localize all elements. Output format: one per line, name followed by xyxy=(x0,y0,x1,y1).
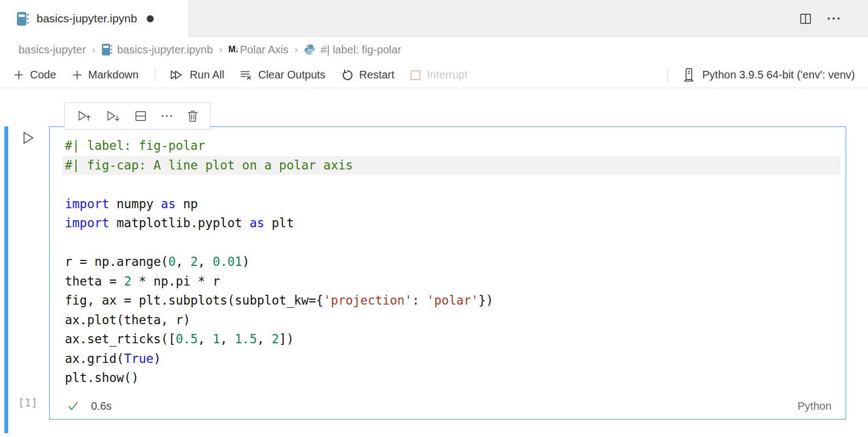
code-token-comment: #| label: fig-polar xyxy=(65,138,205,153)
cell-language-picker[interactable]: Python xyxy=(798,400,831,412)
code-token-number: 2 xyxy=(124,274,131,288)
restart-label: Restart xyxy=(359,69,394,81)
toolbar-divider xyxy=(667,68,668,82)
code-token-keyword: as xyxy=(250,216,264,230)
code-line[interactable]: #| fig-cap: A line plot on a polar axis xyxy=(62,156,840,175)
code-token-number: 1 xyxy=(213,332,220,346)
cell-status-left: 0.6s xyxy=(67,399,112,412)
code-line[interactable]: plt.show() xyxy=(62,368,840,388)
breadcrumb-file[interactable]: basics-jupyter.ipynb xyxy=(101,43,213,56)
code-line[interactable]: import numpy as np xyxy=(62,195,840,214)
more-cell-actions-button[interactable] xyxy=(160,110,173,123)
notebook-file-icon xyxy=(16,11,29,26)
code-token-plain: * np.pi * r xyxy=(131,274,220,288)
restart-icon xyxy=(341,69,354,82)
run-all-icon xyxy=(170,68,184,82)
code-token-plain: , xyxy=(257,332,272,346)
code-line[interactable]: r = np.arange(0, 2, 0.01) xyxy=(62,252,840,272)
code-token-plain: numpy xyxy=(109,197,161,211)
code-token-plain: matplotlib.pyplot xyxy=(109,216,249,230)
breadcrumb-section-label: Polar Axis xyxy=(240,44,288,56)
breadcrumb-cell[interactable]: #| label: fig-polar xyxy=(304,44,401,56)
code-line[interactable] xyxy=(62,175,840,195)
editor-actions xyxy=(799,0,868,37)
execute-above-button[interactable] xyxy=(76,109,92,123)
code-token-plain: , xyxy=(198,254,213,269)
run-cell-button[interactable] xyxy=(20,130,36,146)
add-markdown-label: Markdown xyxy=(88,69,138,81)
code-token-plain: plt xyxy=(264,216,294,230)
clear-outputs-icon xyxy=(239,69,252,82)
code-token-plain: r = np.arange( xyxy=(65,254,168,269)
interrupt-button[interactable]: Interrupt xyxy=(409,69,467,81)
interrupt-label: Interrupt xyxy=(427,69,467,81)
code-token-plain: ax.plot(theta, r) xyxy=(65,313,190,327)
code-line[interactable]: fig, ax = plt.subplots(subplot_kw={'proj… xyxy=(62,291,840,311)
plus-icon xyxy=(13,69,25,81)
code-token-plain: ) xyxy=(242,254,250,269)
code-token-number: 0.5 xyxy=(176,332,198,346)
tab-title: basics-jupyter.ipynb xyxy=(37,12,137,25)
unsaved-changes-dot[interactable] xyxy=(147,15,154,22)
code-line[interactable]: import matplotlib.pyplot as plt xyxy=(62,214,840,233)
code-token-string: 'projection' xyxy=(323,293,412,307)
run-all-button[interactable]: Run All xyxy=(170,68,224,82)
code-token-number: 0 xyxy=(168,254,176,269)
breadcrumb-folder[interactable]: basics-jupyter xyxy=(19,44,86,56)
breadcrumb-section[interactable]: M↓ Polar Axis xyxy=(228,44,288,56)
markdown-icon: M↓ xyxy=(228,45,238,54)
chevron-right-icon: › xyxy=(294,44,298,56)
breadcrumb-folder-label: basics-jupyter xyxy=(19,44,86,56)
run-all-label: Run All xyxy=(190,69,224,81)
split-editor-button[interactable] xyxy=(799,12,812,26)
code-token-plain: ax.set_rticks([ xyxy=(65,332,176,346)
code-cell[interactable]: #| label: fig-polar#| fig-cap: A line pl… xyxy=(49,126,846,420)
code-line[interactable] xyxy=(62,233,840,253)
kernel-environment-icon xyxy=(682,68,696,82)
code-line[interactable]: ax.grid(True) xyxy=(62,349,840,369)
code-line[interactable]: theta = 2 * np.pi * r xyxy=(62,272,840,292)
chevron-right-icon: › xyxy=(92,44,95,56)
toolbar-divider xyxy=(155,68,155,82)
kernel-selector-button[interactable]: Python 3.9.5 64-bit ('env': venv) xyxy=(682,68,855,82)
code-token-plain: ) xyxy=(154,351,161,366)
code-token-keyword: import xyxy=(65,216,109,230)
interrupt-stop-icon xyxy=(409,69,421,81)
code-token-plain: ax.grid( xyxy=(65,351,124,366)
restart-button[interactable]: Restart xyxy=(341,69,394,82)
notebook-file-icon xyxy=(101,43,112,56)
code-line[interactable]: ax.set_rticks([0.5, 1, 1.5, 2]) xyxy=(62,330,840,349)
code-line[interactable]: #| label: fig-polar xyxy=(62,136,840,156)
code-token-number: 1.5 xyxy=(235,332,257,346)
code-token-comment: #| fig-cap: A line plot on a polar axis xyxy=(65,158,353,172)
cell-toolbar xyxy=(64,102,210,130)
add-code-cell-button[interactable]: Code xyxy=(13,69,56,81)
chevron-right-icon: › xyxy=(219,44,222,56)
split-cell-button[interactable] xyxy=(134,109,148,123)
add-code-label: Code xyxy=(30,69,56,81)
more-actions-icon[interactable] xyxy=(827,11,841,26)
notebook-toolbar: Code Markdown Run All Clear Outputs xyxy=(0,62,868,88)
breadcrumb-file-label: basics-jupyter.ipynb xyxy=(117,44,213,56)
kernel-picker-area: Python 3.9.5 64-bit ('env': venv) xyxy=(666,68,856,82)
code-editor[interactable]: #| label: fig-polar#| fig-cap: A line pl… xyxy=(50,127,846,388)
code-token-plain: np xyxy=(176,197,198,211)
code-token-number: 2 xyxy=(272,332,279,346)
code-token-keyword: as xyxy=(161,197,176,211)
code-token-keyword: import xyxy=(65,197,109,211)
clear-outputs-button[interactable]: Clear Outputs xyxy=(239,69,325,82)
cell-focus-indicator xyxy=(4,126,8,433)
tab-basics-jupyter[interactable]: basics-jupyter.ipynb xyxy=(0,0,188,37)
code-token-number: 0.01 xyxy=(213,254,242,269)
code-token-plain: , xyxy=(220,332,234,346)
plus-icon xyxy=(71,69,83,81)
delete-cell-button[interactable] xyxy=(186,109,200,123)
code-token-keyword: True xyxy=(124,351,153,366)
code-token-plain: fig, ax = plt.subplots(subplot_kw={ xyxy=(65,293,323,307)
code-line[interactable]: ax.plot(theta, r) xyxy=(62,311,840,330)
execute-below-button[interactable] xyxy=(105,109,121,123)
add-markdown-cell-button[interactable]: Markdown xyxy=(71,69,138,81)
python-logo-icon xyxy=(304,44,316,56)
code-token-plain: , xyxy=(176,254,190,269)
code-token-string: 'polar' xyxy=(427,293,479,307)
